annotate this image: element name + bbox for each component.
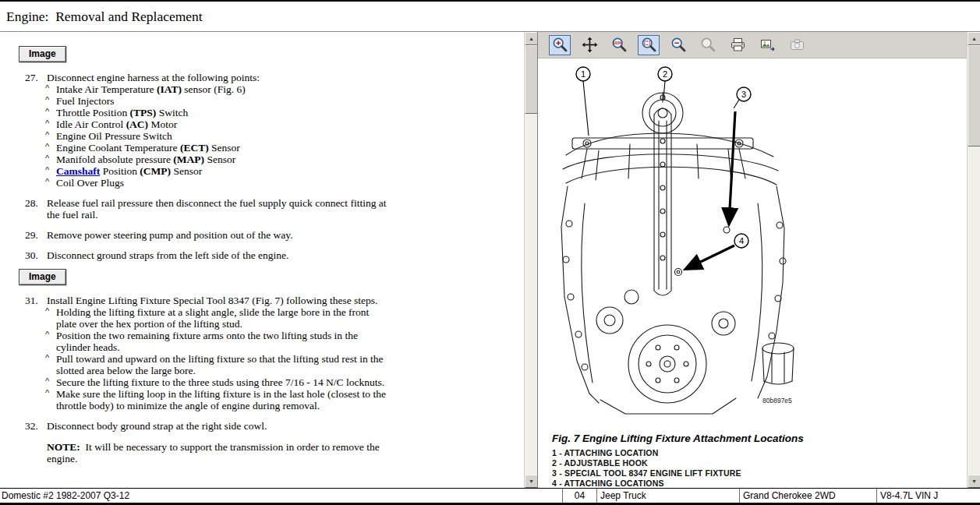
- image-button[interactable]: Image: [19, 269, 66, 285]
- bullet-caret: ^: [45, 305, 49, 317]
- figure-caption: Fig. 7 Engine Lifting Fixture Attachment…: [552, 433, 804, 444]
- sub-item: ^Secure the lifting fixture to the three…: [45, 376, 390, 388]
- bullet-caret: ^: [45, 94, 49, 106]
- zoom-region-button[interactable]: [638, 35, 660, 55]
- text: Disconnect engine harness at the followi…: [47, 72, 260, 83]
- image-button[interactable]: Image: [19, 46, 66, 62]
- scroll-thumb[interactable]: [525, 45, 538, 114]
- bullet-caret: ^: [45, 83, 49, 94]
- figure-toolbar: 100%: [538, 32, 967, 58]
- text: Intake Air Temperature: [56, 83, 157, 95]
- step-number: 29.: [25, 229, 38, 241]
- text: Motor: [148, 118, 177, 130]
- zoom-in-button[interactable]: [549, 35, 571, 55]
- print-icon: [730, 37, 746, 53]
- left-scrollbar[interactable]: ▲ ▼: [524, 32, 537, 488]
- bullet-text: Throttle Position (TPS) Switch: [56, 107, 188, 118]
- text: Switch: [156, 107, 188, 118]
- export-image-button[interactable]: [756, 35, 778, 55]
- bold-text: (IAT): [157, 83, 182, 95]
- status-bar: Domestic #2 1982-2007 Q3-1204Jeep TruckG…: [0, 488, 980, 503]
- bullet-list: ^Intake Air Temperature (IAT) sensor (Fi…: [25, 83, 524, 189]
- zoom-100-button[interactable]: 100%: [608, 35, 630, 55]
- text: Remove power steering pump and position …: [47, 229, 293, 241]
- main-area: Image27.Disconnect engine harness at the…: [0, 32, 980, 488]
- bullet-text: Engine Oil Pressure Switch: [56, 130, 172, 142]
- text: Make sure the lifting loop in the liftin…: [56, 388, 386, 411]
- sub-item: ^Make sure the lifting loop in the lifti…: [45, 388, 390, 411]
- bold-text: (TPS): [130, 107, 157, 118]
- sub-item: ^Fuel Injectors: [45, 95, 390, 107]
- step-number: 27.: [25, 72, 38, 83]
- sub-item: ^Engine Coolant Temperature (ECT) Sensor: [45, 142, 390, 154]
- bullet-text: Fuel Injectors: [56, 95, 115, 107]
- print-button[interactable]: [727, 35, 748, 55]
- legend-item: 3 - SPECIAL TOOL 8347 ENGINE LIFT FIXTUR…: [552, 468, 741, 479]
- step-28: 28.Release fuel rail pressure then disco…: [25, 197, 398, 221]
- document-content: Image27.Disconnect engine harness at the…: [0, 32, 524, 488]
- text: Disconnect ground straps from the left s…: [47, 249, 288, 261]
- sub-item: ^Position the two remaining fixture arms…: [45, 330, 390, 353]
- text: Coil Over Plugs: [56, 177, 124, 189]
- scroll-up-button[interactable]: ▲: [525, 32, 538, 45]
- text: Throttle Position: [56, 107, 130, 118]
- sub-item: ^Holding the lifting fixture at a slight…: [45, 306, 390, 330]
- text: Sensor: [204, 154, 235, 165]
- bold-text: (MAP): [173, 154, 204, 165]
- callout-1-label: 1: [581, 69, 586, 79]
- bullet-caret: ^: [45, 129, 49, 141]
- sub-item: ^Pull toward and upward on the lifting f…: [45, 353, 390, 376]
- engine-diagram: 1 2 3 4 80b897e5: [544, 63, 825, 423]
- legend-item: 1 - ATTACHING LOCATION: [552, 448, 741, 458]
- bold-text: (AC): [126, 118, 149, 130]
- callout-3-label: 3: [741, 90, 746, 99]
- sub-item: ^Coil Over Plugs: [45, 177, 390, 189]
- copy-image-icon: [789, 37, 805, 53]
- status-cell-3: Jeep Truck: [597, 489, 740, 503]
- text: Holding the lifting fixture at a slight …: [56, 306, 369, 330]
- text: sensor (Fig. 6): [182, 83, 246, 95]
- sub-item: ^Engine Oil Pressure Switch: [45, 130, 390, 142]
- sub-item: ^Throttle Position (TPS) Switch: [45, 107, 390, 118]
- bullet-caret: ^: [45, 153, 49, 164]
- scroll-down-button[interactable]: ▼: [968, 475, 980, 488]
- step-27: 27.Disconnect engine harness at the foll…: [25, 72, 398, 83]
- zoom-out-button[interactable]: [667, 35, 689, 55]
- text: Engine Oil Pressure Switch: [56, 130, 172, 142]
- scroll-thumb[interactable]: [968, 45, 980, 147]
- step-text: Disconnect body ground strap at the righ…: [47, 420, 267, 432]
- bullet-text: Engine Coolant Temperature (ECT) Sensor: [56, 142, 240, 154]
- bullet-list: ^Holding the lifting fixture at a slight…: [25, 306, 524, 411]
- step-text: Remove power steering pump and position …: [47, 229, 293, 241]
- legend-item: 2 - ADJUSTABLE HOOK: [552, 458, 741, 468]
- zoom-previous-button: [697, 35, 719, 55]
- status-cell-5: V8-4.7L VIN J: [877, 489, 980, 503]
- figure-area: 1 2 3 4 80b897e5 Fig. 7 Engine Lifting F…: [538, 58, 967, 488]
- camshaft-link[interactable]: Camshaft: [56, 165, 100, 177]
- step-text: Install Engine Lifting Fixture Special T…: [47, 295, 377, 306]
- image-button-row: Image: [19, 269, 524, 285]
- callout-4-label: 4: [739, 236, 744, 245]
- text: Manifold absolute pressure: [56, 154, 173, 165]
- sub-item: ^Intake Air Temperature (IAT) sensor (Fi…: [45, 83, 390, 95]
- step-29: 29.Remove power steering pump and positi…: [25, 229, 398, 241]
- pan-icon: [582, 37, 598, 53]
- right-scrollbar[interactable]: ▲ ▼: [967, 32, 980, 488]
- bullet-caret: ^: [45, 387, 49, 399]
- scroll-down-button[interactable]: ▼: [525, 475, 538, 488]
- step-text: Release fuel rail pressure then disconne…: [47, 197, 387, 221]
- bullet-caret: ^: [45, 106, 49, 118]
- bullet-caret: ^: [45, 141, 49, 153]
- callout-2-label: 2: [663, 69, 667, 79]
- text: Disconnect body ground strap at the righ…: [47, 420, 267, 432]
- text-pane: Image27.Disconnect engine harness at the…: [0, 32, 538, 488]
- figure-pane: 100%: [538, 32, 980, 488]
- figure-legend: 1 - ATTACHING LOCATION2 - ADJUSTABLE HOO…: [552, 448, 741, 488]
- export-image-icon: [759, 37, 776, 53]
- scroll-up-button[interactable]: ▲: [968, 32, 980, 45]
- legend-item: 4 - ATTACHING LOCATIONS: [552, 479, 741, 488]
- zoom-out-icon: [670, 37, 687, 53]
- bullet-text: Idle Air Control (AC) Motor: [56, 118, 177, 130]
- sub-item: ^Idle Air Control (AC) Motor: [45, 118, 390, 130]
- pan-button[interactable]: [578, 35, 600, 55]
